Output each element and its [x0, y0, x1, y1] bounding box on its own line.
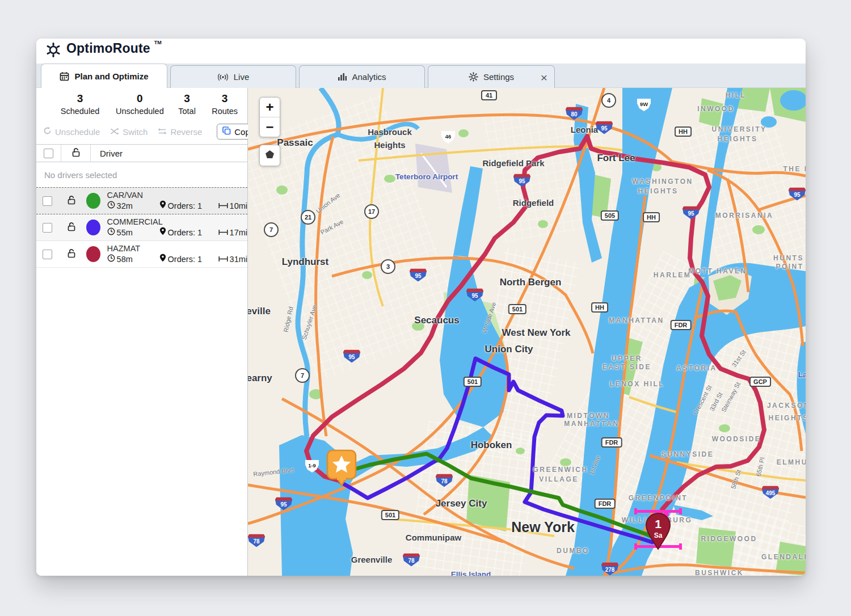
- map-label: DUMBO: [557, 547, 589, 555]
- map-label: 1st Ave: [588, 454, 602, 476]
- optimoroute-logo: OptimoRoute TM: [44, 41, 162, 61]
- unschedule-button[interactable]: Unschedule: [43, 126, 100, 137]
- driver-column-header: Driver: [95, 149, 123, 158]
- clock-icon: [107, 201, 115, 211]
- road-shield: 41: [481, 90, 497, 100]
- road-shield: 7: [264, 222, 279, 237]
- distance-icon: [218, 254, 228, 264]
- road-shield: 78: [436, 474, 453, 487]
- map-label: GREENWICH: [533, 466, 588, 474]
- map-label: UPPER: [612, 355, 642, 362]
- map-label: Ellis Island: [451, 570, 491, 576]
- map-label: UNIVERSITY: [711, 125, 766, 133]
- tab-analytics[interactable]: Analytics: [299, 65, 425, 88]
- clock-icon: [107, 227, 115, 238]
- road-shield: 505: [601, 210, 619, 221]
- road-shield: HH: [675, 126, 692, 137]
- lock-icon[interactable]: [67, 248, 76, 260]
- map-label: Jersey City: [436, 498, 487, 509]
- pentagon-icon: [265, 150, 275, 161]
- orders-value: Orders: 1: [168, 201, 202, 211]
- road-shield: 95: [789, 188, 806, 201]
- logo-gear-icon: [44, 41, 62, 61]
- road-shield: FDR: [595, 499, 616, 509]
- tab-strip: Plan and Optimize Live Analytics Setting…: [36, 64, 806, 88]
- driver-name: HAZMAT: [107, 244, 247, 254]
- copy-icon: [222, 126, 231, 137]
- map-label: Park Ave: [319, 218, 344, 235]
- map-label: Hasbrouck: [368, 127, 412, 137]
- road-shield: 95: [275, 497, 292, 510]
- route-color-dot: [86, 246, 100, 262]
- route-sidebar: 3 Scheduled 0 Unscheduled 3 Total 3 Rout…: [36, 88, 248, 576]
- tab-live[interactable]: Live: [170, 65, 296, 88]
- map-label: MOTT HAVEN: [688, 267, 747, 275]
- lock-icon[interactable]: [67, 222, 76, 234]
- tab-settings[interactable]: Settings ×: [428, 65, 555, 88]
- stat-value: 0: [111, 92, 168, 105]
- map-label: Hoboken: [471, 440, 512, 451]
- map-label: EAST SIDE: [603, 363, 651, 371]
- stop-marker-1[interactable]: 1 Sa: [645, 512, 671, 553]
- map-label: GLENDALE: [761, 553, 806, 561]
- stat-routes: 3 Routes: [208, 92, 242, 116]
- distance-icon: [218, 201, 228, 211]
- road-shield: GCP: [749, 377, 771, 387]
- map-label: WOODSIDE: [712, 435, 761, 443]
- row-checkbox[interactable]: [43, 223, 52, 233]
- road-shield: 501: [381, 510, 399, 520]
- map-label: SUNNYSIDE: [662, 450, 714, 458]
- tab-plan-and-optimize[interactable]: Plan and Optimize: [41, 64, 167, 88]
- app-window: OptimoRoute TM Plan and Optimize Live An…: [36, 39, 806, 576]
- refresh-icon: [43, 126, 52, 137]
- lock-icon[interactable]: [67, 195, 76, 207]
- road-shield: 80: [566, 107, 583, 120]
- map-label: Kearny: [248, 373, 272, 384]
- switch-button[interactable]: Switch: [110, 127, 148, 137]
- unschedule-label: Unschedule: [55, 127, 100, 137]
- route-map[interactable]: PassaicHasbrouckHeightsRidgefield ParkLe…: [248, 88, 806, 576]
- map-label: INWOOD: [697, 105, 735, 113]
- road-shield: 9W: [637, 99, 651, 111]
- row-checkbox[interactable]: [43, 250, 52, 259]
- map-label: 31st St: [730, 349, 747, 369]
- road-shield: 4: [601, 93, 616, 108]
- zoom-controls: + −: [259, 97, 280, 137]
- distance-value: 17mi: [230, 227, 247, 238]
- map-label: Ridge Rd: [282, 306, 294, 332]
- driver-row-commercial[interactable]: COMMERCIAL 55m Orders: 1 17mi: [36, 214, 247, 241]
- polygon-select-button[interactable]: [259, 145, 280, 166]
- reverse-label: Reverse: [170, 127, 202, 137]
- orders-value: Orders: 1: [168, 254, 202, 264]
- driver-row-carvan[interactable]: CAR/VAN 32m Orders: 1 10mi: [36, 187, 247, 214]
- orders-value: Orders: 1: [168, 227, 202, 238]
- clock-icon: [107, 254, 115, 264]
- pin-icon: [159, 254, 166, 264]
- tab-label: Analytics: [352, 72, 386, 82]
- map-label: W Side Ave: [481, 301, 498, 334]
- map-overlay: PassaicHasbrouckHeightsRidgefield ParkLe…: [248, 88, 806, 576]
- map-label: Schuyler Ave: [300, 304, 318, 341]
- depot-marker[interactable]: [326, 449, 357, 489]
- road-shield: 95: [683, 206, 700, 220]
- map-label: Union City: [485, 344, 533, 355]
- map-label: 33rd St: [708, 391, 723, 412]
- select-all-checkbox[interactable]: [44, 149, 53, 158]
- distance-value: 31mi: [230, 254, 247, 264]
- row-checkbox[interactable]: [43, 196, 52, 206]
- map-label: MANHATTAN: [564, 420, 619, 428]
- logo-trademark: TM: [154, 40, 162, 45]
- road-shield: 3: [381, 259, 395, 274]
- driver-row-hazmat[interactable]: HAZMAT 58m Orders: 1 31mi: [36, 241, 247, 268]
- route-color-dot: [86, 220, 100, 235]
- zoom-in-button[interactable]: +: [260, 98, 280, 117]
- switch-label: Switch: [123, 127, 148, 137]
- map-label: Ridgefield: [513, 198, 554, 208]
- map-label: RIDGEWOOD: [701, 535, 757, 543]
- reverse-button[interactable]: Reverse: [158, 127, 202, 137]
- calendar-icon: [60, 71, 69, 81]
- tab-label: Plan and Optimize: [74, 71, 148, 81]
- zoom-out-button[interactable]: −: [260, 117, 280, 137]
- map-label: Lyndhurst: [282, 256, 328, 268]
- close-tab-icon[interactable]: ×: [541, 71, 547, 83]
